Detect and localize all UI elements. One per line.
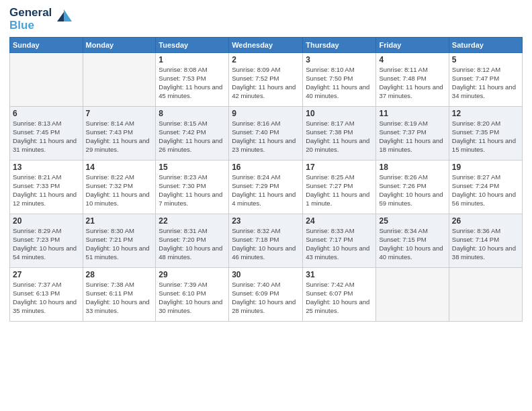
day-info: Sunrise: 8:29 AM Sunset: 7:23 PM Dayligh… [13, 227, 80, 261]
weekday-header: Sunday [10, 38, 83, 53]
calendar-cell: 8Sunrise: 8:15 AM Sunset: 7:42 PM Daylig… [156, 107, 229, 161]
day-info: Sunrise: 8:25 AM Sunset: 7:27 PM Dayligh… [306, 173, 373, 208]
day-number: 4 [379, 55, 445, 64]
day-number: 27 [13, 270, 80, 279]
calendar-week-row: 1Sunrise: 8:08 AM Sunset: 7:53 PM Daylig… [10, 53, 523, 107]
weekday-header: Friday [376, 38, 449, 53]
weekday-header: Thursday [303, 38, 376, 53]
day-number: 28 [86, 270, 153, 279]
day-info: Sunrise: 8:22 AM Sunset: 7:32 PM Dayligh… [86, 173, 153, 208]
calendar-cell: 11Sunrise: 8:19 AM Sunset: 7:37 PM Dayli… [376, 107, 449, 161]
calendar-cell: 25Sunrise: 8:34 AM Sunset: 7:15 PM Dayli… [376, 214, 449, 268]
calendar-cell: 22Sunrise: 8:31 AM Sunset: 7:20 PM Dayli… [156, 214, 229, 268]
day-number: 30 [232, 270, 300, 279]
day-info: Sunrise: 8:10 AM Sunset: 7:50 PM Dayligh… [306, 66, 373, 100]
calendar-cell: 20Sunrise: 8:29 AM Sunset: 7:23 PM Dayli… [10, 214, 83, 268]
logo-sail-icon [54, 7, 73, 26]
calendar-cell [83, 53, 156, 107]
calendar-cell: 15Sunrise: 8:23 AM Sunset: 7:30 PM Dayli… [156, 161, 229, 214]
day-info: Sunrise: 8:31 AM Sunset: 7:20 PM Dayligh… [159, 227, 226, 261]
weekday-header: Tuesday [156, 38, 229, 53]
day-number: 15 [159, 163, 226, 172]
calendar-cell: 9Sunrise: 8:16 AM Sunset: 7:40 PM Daylig… [229, 107, 303, 161]
day-number: 9 [232, 109, 300, 118]
calendar-cell: 13Sunrise: 8:21 AM Sunset: 7:33 PM Dayli… [10, 161, 83, 214]
day-number: 18 [379, 163, 445, 172]
calendar-cell: 10Sunrise: 8:17 AM Sunset: 7:38 PM Dayli… [303, 107, 376, 161]
day-info: Sunrise: 7:38 AM Sunset: 6:11 PM Dayligh… [86, 281, 153, 315]
calendar-cell: 16Sunrise: 8:24 AM Sunset: 7:29 PM Dayli… [229, 161, 303, 214]
day-number: 25 [379, 216, 445, 226]
calendar-cell: 21Sunrise: 8:30 AM Sunset: 7:21 PM Dayli… [83, 214, 156, 268]
svg-marker-0 [64, 9, 72, 21]
day-info: Sunrise: 8:30 AM Sunset: 7:21 PM Dayligh… [86, 227, 153, 261]
day-info: Sunrise: 8:16 AM Sunset: 7:40 PM Dayligh… [232, 120, 300, 154]
calendar-cell: 28Sunrise: 7:38 AM Sunset: 6:11 PM Dayli… [83, 268, 156, 322]
page-header: General Blue [9, 7, 523, 32]
day-number: 13 [13, 163, 80, 172]
day-number: 2 [232, 55, 300, 64]
day-number: 6 [13, 109, 80, 118]
calendar-cell [10, 53, 83, 107]
calendar-cell: 2Sunrise: 8:09 AM Sunset: 7:52 PM Daylig… [229, 53, 303, 107]
day-number: 8 [159, 109, 226, 118]
calendar-week-row: 27Sunrise: 7:37 AM Sunset: 6:13 PM Dayli… [10, 268, 523, 322]
day-number: 24 [306, 216, 373, 226]
logo-text: General Blue [9, 7, 52, 32]
calendar-cell [449, 268, 522, 322]
calendar-week-row: 20Sunrise: 8:29 AM Sunset: 7:23 PM Dayli… [10, 214, 523, 268]
day-info: Sunrise: 8:14 AM Sunset: 7:43 PM Dayligh… [86, 120, 153, 154]
calendar-cell: 4Sunrise: 8:11 AM Sunset: 7:48 PM Daylig… [376, 53, 449, 107]
weekday-header: Wednesday [229, 38, 303, 53]
calendar-cell: 1Sunrise: 8:08 AM Sunset: 7:53 PM Daylig… [156, 53, 229, 107]
day-info: Sunrise: 8:36 AM Sunset: 7:14 PM Dayligh… [452, 227, 519, 261]
day-info: Sunrise: 7:39 AM Sunset: 6:10 PM Dayligh… [159, 281, 226, 315]
calendar-table: SundayMondayTuesdayWednesdayThursdayFrid… [9, 37, 523, 322]
day-info: Sunrise: 8:24 AM Sunset: 7:29 PM Dayligh… [232, 173, 300, 208]
day-info: Sunrise: 8:17 AM Sunset: 7:38 PM Dayligh… [306, 120, 373, 154]
weekday-header: Monday [83, 38, 156, 53]
day-number: 16 [232, 163, 300, 172]
day-number: 7 [86, 109, 153, 118]
day-info: Sunrise: 8:34 AM Sunset: 7:15 PM Dayligh… [379, 227, 445, 261]
day-info: Sunrise: 7:37 AM Sunset: 6:13 PM Dayligh… [13, 281, 80, 315]
day-number: 10 [306, 109, 373, 118]
day-number: 26 [452, 216, 519, 226]
calendar-cell: 12Sunrise: 8:20 AM Sunset: 7:35 PM Dayli… [449, 107, 522, 161]
calendar-cell: 19Sunrise: 8:27 AM Sunset: 7:24 PM Dayli… [449, 161, 522, 214]
day-info: Sunrise: 8:33 AM Sunset: 7:17 PM Dayligh… [306, 227, 373, 261]
day-info: Sunrise: 8:09 AM Sunset: 7:52 PM Dayligh… [232, 66, 300, 100]
calendar-cell: 23Sunrise: 8:32 AM Sunset: 7:18 PM Dayli… [229, 214, 303, 268]
calendar-cell: 3Sunrise: 8:10 AM Sunset: 7:50 PM Daylig… [303, 53, 376, 107]
day-number: 12 [452, 109, 519, 118]
day-number: 14 [86, 163, 153, 172]
day-info: Sunrise: 8:21 AM Sunset: 7:33 PM Dayligh… [13, 173, 80, 208]
day-info: Sunrise: 8:26 AM Sunset: 7:26 PM Dayligh… [379, 173, 445, 208]
day-info: Sunrise: 7:42 AM Sunset: 6:07 PM Dayligh… [306, 281, 373, 315]
calendar-cell: 26Sunrise: 8:36 AM Sunset: 7:14 PM Dayli… [449, 214, 522, 268]
day-info: Sunrise: 8:08 AM Sunset: 7:53 PM Dayligh… [159, 66, 226, 100]
calendar-cell: 18Sunrise: 8:26 AM Sunset: 7:26 PM Dayli… [376, 161, 449, 214]
calendar-cell: 5Sunrise: 8:12 AM Sunset: 7:47 PM Daylig… [449, 53, 522, 107]
day-number: 19 [452, 163, 519, 172]
calendar-cell: 14Sunrise: 8:22 AM Sunset: 7:32 PM Dayli… [83, 161, 156, 214]
day-info: Sunrise: 8:20 AM Sunset: 7:35 PM Dayligh… [452, 120, 519, 154]
calendar-cell: 27Sunrise: 7:37 AM Sunset: 6:13 PM Dayli… [10, 268, 83, 322]
day-number: 1 [159, 55, 226, 64]
day-number: 3 [306, 55, 373, 64]
day-number: 20 [13, 216, 80, 226]
weekday-header: Saturday [449, 38, 522, 53]
calendar-cell: 6Sunrise: 8:13 AM Sunset: 7:45 PM Daylig… [10, 107, 83, 161]
calendar-cell [376, 268, 449, 322]
calendar-cell: 29Sunrise: 7:39 AM Sunset: 6:10 PM Dayli… [156, 268, 229, 322]
calendar-cell: 31Sunrise: 7:42 AM Sunset: 6:07 PM Dayli… [303, 268, 376, 322]
day-info: Sunrise: 8:12 AM Sunset: 7:47 PM Dayligh… [452, 66, 519, 100]
day-number: 21 [86, 216, 153, 226]
day-info: Sunrise: 8:11 AM Sunset: 7:48 PM Dayligh… [379, 66, 445, 100]
calendar-cell: 7Sunrise: 8:14 AM Sunset: 7:43 PM Daylig… [83, 107, 156, 161]
day-number: 29 [159, 270, 226, 279]
day-info: Sunrise: 8:13 AM Sunset: 7:45 PM Dayligh… [13, 120, 80, 154]
day-number: 31 [306, 270, 373, 279]
day-info: Sunrise: 8:27 AM Sunset: 7:24 PM Dayligh… [452, 173, 519, 208]
day-info: Sunrise: 8:15 AM Sunset: 7:42 PM Dayligh… [159, 120, 226, 154]
